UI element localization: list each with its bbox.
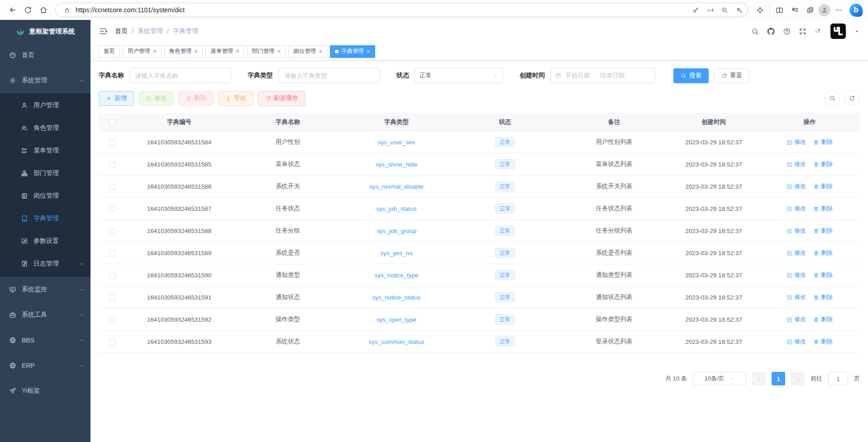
browser-home-icon[interactable] bbox=[36, 3, 51, 17]
refresh-cache-button[interactable]: 刷新缓存 bbox=[258, 91, 305, 106]
close-tab-icon[interactable]: × bbox=[319, 48, 322, 55]
sidebar-item-user-mgmt[interactable]: 用户管理 bbox=[0, 94, 91, 117]
dict-type-link[interactable]: sys_normal_disable bbox=[369, 183, 423, 190]
dict-type-link[interactable]: sys_job_group bbox=[377, 228, 416, 234]
sidebar-item-menu-mgmt[interactable]: 菜单管理 bbox=[0, 139, 91, 162]
dict-type-link[interactable]: sys_show_hide bbox=[376, 161, 417, 168]
tab-role-mgmt[interactable]: 角色管理× bbox=[164, 45, 203, 58]
goto-page-input[interactable] bbox=[828, 372, 848, 385]
sidebar-item-param-settings[interactable]: 参数设置 bbox=[0, 230, 91, 252]
select-all-checkbox[interactable] bbox=[109, 119, 115, 125]
row-checkbox[interactable] bbox=[109, 272, 115, 279]
tab-menu-mgmt[interactable]: 菜单管理× bbox=[205, 45, 244, 58]
row-delete-link[interactable]: 删除 bbox=[813, 227, 833, 235]
row-edit-link[interactable]: 修改 bbox=[787, 337, 806, 346]
dict-type-link[interactable]: sys_user_sex bbox=[378, 139, 415, 146]
sidebar-item-post-mgmt[interactable]: 岗位管理 bbox=[0, 185, 91, 207]
font-size-icon[interactable]: TT bbox=[815, 28, 822, 35]
sidebar-item-system-mgmt[interactable]: 系统管理 bbox=[0, 68, 91, 93]
toggle-search-button[interactable] bbox=[825, 90, 840, 106]
fullscreen-icon[interactable] bbox=[799, 28, 806, 35]
close-tab-icon[interactable]: × bbox=[367, 48, 370, 55]
refresh-table-button[interactable] bbox=[844, 90, 860, 106]
row-edit-link[interactable]: 修改 bbox=[787, 227, 806, 235]
browser-profile-avatar[interactable] bbox=[818, 4, 830, 16]
dict-type-input[interactable] bbox=[278, 68, 380, 83]
browser-reload-icon[interactable] bbox=[21, 3, 35, 17]
url-text[interactable]: https://ccnetcore.com:1101/system/dict bbox=[76, 6, 687, 14]
dict-type-link[interactable]: sys_oper_type bbox=[377, 316, 416, 323]
sidebar-toggle-icon[interactable] bbox=[99, 27, 108, 36]
user-avatar[interactable] bbox=[830, 24, 846, 39]
row-delete-link[interactable]: 删除 bbox=[813, 293, 833, 301]
favorites-icon[interactable] bbox=[787, 3, 802, 17]
sidebar-item-home[interactable]: 首页 bbox=[0, 43, 91, 68]
close-tab-icon[interactable]: × bbox=[153, 48, 157, 55]
zoom-out-icon[interactable] bbox=[719, 4, 730, 16]
sidebar-item-system-tools[interactable]: 系统工具 bbox=[0, 302, 91, 328]
modify-button[interactable]: 修改 bbox=[138, 91, 174, 106]
page-size-select[interactable]: 10条/页 bbox=[693, 372, 746, 385]
address-bar[interactable]: https://ccnetcore.com:1101/system/dict A bbox=[55, 3, 748, 17]
row-checkbox[interactable] bbox=[109, 317, 115, 323]
sidebar-item-dept-mgmt[interactable]: 部门管理 bbox=[0, 162, 91, 185]
row-edit-link[interactable]: 修改 bbox=[787, 160, 806, 168]
status-select[interactable]: 正常 bbox=[415, 68, 503, 83]
row-checkbox[interactable] bbox=[109, 295, 115, 301]
breadcrumb-home[interactable]: 首页 bbox=[115, 27, 128, 35]
row-delete-link[interactable]: 删除 bbox=[813, 204, 833, 213]
avatar-caret-icon[interactable] bbox=[854, 29, 860, 34]
row-checkbox[interactable] bbox=[109, 184, 115, 190]
dict-type-link[interactable]: sys_job_status bbox=[376, 205, 416, 212]
page-number-button[interactable]: 1 bbox=[772, 372, 785, 385]
bing-chat-icon[interactable] bbox=[849, 4, 863, 17]
sidebar-item-role-mgmt[interactable]: 角色管理 bbox=[0, 117, 91, 139]
row-edit-link[interactable]: 修改 bbox=[787, 249, 806, 257]
dict-type-link[interactable]: sys_common_status bbox=[368, 338, 424, 345]
sidebar-item-log-mgmt[interactable]: 日志管理 bbox=[0, 252, 91, 275]
row-delete-link[interactable]: 删除 bbox=[813, 337, 833, 346]
dict-type-link[interactable]: sys_notice_type bbox=[375, 272, 419, 279]
add-favorite-icon[interactable] bbox=[733, 4, 745, 16]
row-delete-link[interactable]: 删除 bbox=[813, 249, 833, 257]
extensions-icon[interactable] bbox=[753, 3, 767, 17]
tab-dept-mgmt[interactable]: 部门管理× bbox=[247, 45, 286, 58]
tab-home[interactable]: 首页 bbox=[99, 45, 120, 58]
delete-button[interactable]: 删除 bbox=[178, 91, 214, 106]
row-edit-link[interactable]: 修改 bbox=[787, 204, 806, 213]
close-tab-icon[interactable]: × bbox=[195, 48, 198, 55]
row-checkbox[interactable] bbox=[109, 339, 115, 345]
sidebar-item-erp[interactable]: ERP bbox=[0, 353, 91, 378]
tab-post-mgmt[interactable]: 岗位管理× bbox=[288, 45, 327, 58]
sidebar-item-yi-framework[interactable]: Yi框架 bbox=[0, 378, 91, 404]
row-checkbox[interactable] bbox=[109, 162, 115, 168]
tab-dict-mgmt[interactable]: 字典管理× bbox=[330, 45, 375, 58]
sidebar-item-system-monitor[interactable]: 系统监控 bbox=[0, 277, 91, 302]
row-edit-link[interactable]: 修改 bbox=[787, 182, 806, 190]
dict-type-link[interactable]: sys_yes_no bbox=[380, 250, 412, 257]
browser-back-icon[interactable] bbox=[5, 3, 20, 17]
next-page-button[interactable] bbox=[791, 372, 805, 385]
row-checkbox[interactable] bbox=[109, 206, 115, 212]
site-lock-icon[interactable] bbox=[61, 4, 73, 16]
row-delete-link[interactable]: 删除 bbox=[813, 160, 833, 168]
sidebar-item-dict-mgmt[interactable]: 字典管理 bbox=[0, 207, 91, 230]
row-delete-link[interactable]: 删除 bbox=[813, 182, 833, 190]
row-edit-link[interactable]: 修改 bbox=[787, 315, 806, 323]
collections-icon[interactable] bbox=[803, 3, 817, 17]
header-search-icon[interactable] bbox=[751, 28, 759, 35]
browser-menu-icon[interactable] bbox=[831, 3, 846, 17]
tab-user-mgmt[interactable]: 用户管理× bbox=[123, 45, 162, 58]
row-edit-link[interactable]: 修改 bbox=[787, 271, 806, 279]
dict-name-input[interactable] bbox=[129, 68, 231, 83]
help-icon[interactable] bbox=[783, 28, 791, 35]
row-delete-link[interactable]: 删除 bbox=[813, 315, 833, 323]
row-delete-link[interactable]: 删除 bbox=[813, 138, 833, 146]
read-aloud-icon[interactable]: A bbox=[704, 4, 716, 16]
row-delete-link[interactable]: 删除 bbox=[813, 271, 833, 279]
row-checkbox[interactable] bbox=[109, 139, 115, 146]
close-tab-icon[interactable]: × bbox=[236, 48, 239, 55]
search-button[interactable]: 搜索 bbox=[673, 68, 709, 83]
export-button[interactable]: 导出 bbox=[218, 91, 253, 106]
split-screen-icon[interactable] bbox=[772, 3, 787, 17]
